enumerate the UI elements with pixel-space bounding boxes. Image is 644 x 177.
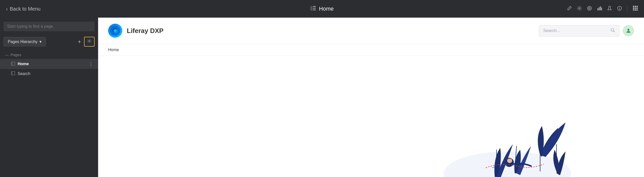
home-item-label: Home [18, 62, 29, 66]
pages-group-label: — Pages [0, 51, 98, 59]
header-search-box [539, 25, 619, 37]
svg-point-39 [507, 158, 512, 163]
svg-rect-2 [313, 8, 316, 9]
svg-rect-0 [310, 6, 312, 11]
svg-point-7 [589, 8, 590, 9]
sidebar: Pages Hierarchy ▾ + — Pages [0, 18, 98, 177]
pages-hierarchy-label: Pages Hierarchy [8, 40, 37, 44]
main-area: Pages Hierarchy ▾ + — Pages [0, 18, 644, 177]
collapse-icon[interactable]: — [5, 53, 9, 57]
brand-area: Liferay DXP [108, 24, 164, 38]
add-page-button[interactable]: + [76, 37, 83, 47]
toolbar-left: ‹ Back to Menu [6, 6, 41, 12]
flask-icon[interactable] [607, 6, 612, 12]
svg-rect-17 [635, 6, 636, 7]
sidebar-toggle-icon[interactable] [310, 6, 316, 12]
svg-point-25 [89, 41, 90, 42]
chevron-down-icon: ▾ [39, 39, 42, 44]
illustration-area [316, 104, 644, 177]
toolbar-divider [627, 5, 627, 12]
svg-rect-24 [636, 9, 638, 11]
pages-tree: — Pages Home ⋮ [0, 49, 98, 177]
back-to-menu-label: Back to Menu [10, 6, 41, 12]
top-toolbar: ‹ Back to Menu Home [0, 0, 644, 18]
header-search-input[interactable] [543, 28, 611, 33]
analytics-icon[interactable] [597, 6, 602, 12]
svg-point-36 [627, 29, 629, 31]
search-item-label: Search [18, 72, 30, 76]
search-page-icon [11, 71, 15, 76]
sidebar-search-area [4, 22, 95, 31]
svg-rect-19 [633, 8, 634, 9]
svg-rect-21 [636, 8, 638, 9]
toolbar-page-title: Home [319, 6, 334, 12]
svg-point-33 [114, 29, 117, 32]
back-to-menu-link[interactable]: ‹ Back to Menu [6, 6, 41, 12]
tree-item-search[interactable]: Search [0, 69, 98, 78]
tree-item-home[interactable]: Home ⋮ [0, 59, 98, 69]
svg-rect-3 [313, 10, 316, 10]
svg-rect-22 [633, 9, 634, 11]
breadcrumb-bar: Home [98, 44, 644, 56]
svg-rect-8 [597, 8, 598, 10]
svg-rect-28 [11, 72, 15, 75]
svg-rect-20 [635, 8, 636, 9]
header-search-area [539, 25, 634, 37]
info-icon[interactable] [617, 6, 622, 12]
brand-logo [108, 24, 122, 38]
svg-rect-16 [633, 6, 634, 7]
plus-icon: + [78, 39, 81, 45]
brand-name: Liferay DXP [127, 27, 164, 35]
breadcrumb: Home [108, 48, 119, 52]
home-item-menu-icon[interactable]: ⋮ [89, 61, 93, 67]
page-content [98, 56, 644, 177]
home-page-icon [11, 62, 15, 66]
svg-rect-11 [601, 8, 602, 10]
apps-grid-icon[interactable] [632, 5, 638, 12]
page-settings-button[interactable] [84, 37, 95, 47]
svg-rect-1 [313, 6, 316, 7]
svg-rect-10 [600, 6, 601, 10]
svg-point-15 [619, 7, 620, 8]
edit-icon[interactable] [567, 6, 572, 12]
user-avatar[interactable] [623, 25, 634, 36]
pages-hierarchy-actions: + [76, 37, 95, 47]
settings-icon[interactable] [577, 6, 582, 12]
pages-hierarchy-button[interactable]: Pages Hierarchy ▾ [4, 37, 46, 46]
toolbar-right [567, 5, 638, 12]
sidebar-search-input[interactable] [4, 22, 95, 31]
svg-line-35 [614, 31, 615, 32]
content-area: Liferay DXP [98, 18, 644, 177]
svg-rect-9 [599, 7, 599, 10]
tree-item-search-left: Search [11, 71, 30, 76]
pages-hierarchy-row: Pages Hierarchy ▾ + [4, 37, 95, 47]
chevron-left-icon: ‹ [6, 6, 8, 12]
svg-rect-26 [11, 62, 15, 65]
svg-rect-23 [635, 9, 636, 11]
svg-rect-18 [636, 6, 638, 7]
toolbar-center: Home [310, 6, 334, 12]
tree-item-home-left: Home [11, 62, 29, 66]
header-search-button[interactable] [611, 28, 615, 34]
target-icon[interactable] [587, 6, 592, 12]
content-header: Liferay DXP [98, 18, 644, 44]
svg-point-4 [579, 8, 580, 9]
pages-group-text: Pages [11, 53, 21, 57]
